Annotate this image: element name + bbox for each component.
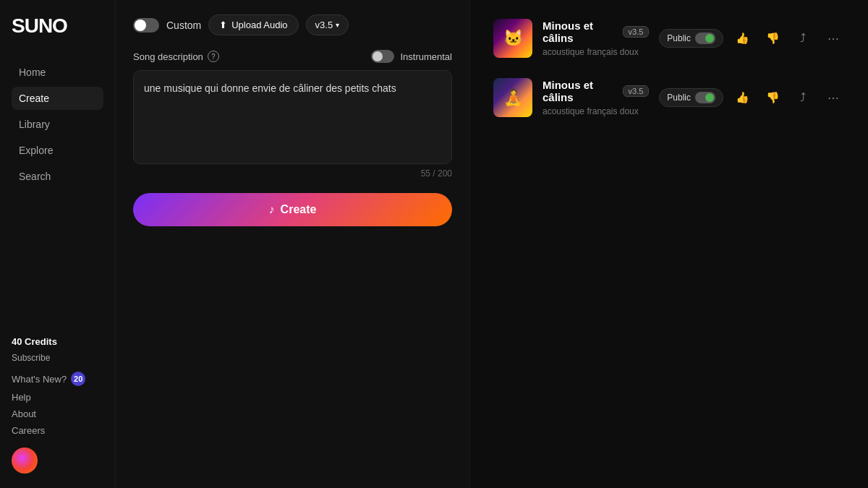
song-subtitle-1: acoustique français doux (542, 47, 649, 57)
chevron-down-icon: ▾ (336, 21, 339, 29)
song-card-1: 🐱 Minous et câlins v3.5 acoustique franç… (485, 12, 854, 65)
more-icon-1: ⋯ (827, 32, 839, 46)
song-title-row-1: Minous et câlins v3.5 (542, 20, 649, 44)
upload-audio-label: Upload Audio (231, 20, 287, 30)
instrumental-toggle[interactable] (371, 50, 394, 63)
whats-new-label: What's New? (12, 374, 67, 385)
thumbs-up-icon-1: 👍 (736, 32, 749, 45)
song-description-label: Song description ? (133, 51, 219, 62)
thumbs-down-button-2[interactable]: 👎 (761, 86, 784, 109)
upload-icon: ⬆ (219, 20, 227, 30)
about-link[interactable]: About (12, 408, 103, 419)
public-label-1: Public (667, 33, 691, 43)
thumbs-down-icon-1: 👎 (766, 32, 780, 45)
share-button-2[interactable]: ⤴ (791, 86, 814, 109)
whats-new-item[interactable]: What's New? 20 (12, 372, 103, 386)
song-subtitle-2: acoustique français doux (542, 106, 649, 116)
song-thumbnail-1[interactable]: 🐱 (493, 19, 532, 58)
create-button-label: Create (281, 203, 317, 216)
song-version-tag-1: v3.5 (623, 26, 650, 38)
sidebar-item-search[interactable]: Search (12, 165, 103, 188)
char-count: 55 / 200 (133, 168, 452, 179)
thumb-bg-2: 🧘 (493, 78, 532, 117)
public-label-2: Public (667, 93, 691, 103)
song-title-1: Minous et câlins (542, 20, 617, 44)
credits-label: 40 Credits (12, 336, 103, 347)
version-label: v3.5 (315, 20, 333, 30)
song-actions-1: Public 👍 👎 ⤴ ⋯ (659, 27, 845, 50)
top-controls: Custom ⬆ Upload Audio v3.5 ▾ (133, 14, 452, 35)
song-version-tag-2: v3.5 (623, 85, 650, 97)
public-toggle-dot-2 (695, 92, 715, 103)
song-title-row-2: Minous et câlins v3.5 (542, 79, 649, 103)
song-title-2: Minous et câlins (542, 79, 617, 103)
upload-audio-button[interactable]: ⬆ Upload Audio (208, 14, 298, 35)
thumbs-down-button-1[interactable]: 👎 (761, 27, 784, 50)
sidebar-item-home[interactable]: Home (12, 61, 103, 84)
create-button[interactable]: ♪ Create (133, 193, 452, 226)
main-content: Custom ⬆ Upload Audio v3.5 ▾ Song descri… (116, 0, 868, 488)
nav-menu: Home Create Library Explore Search (12, 61, 103, 336)
subscribe-link[interactable]: Subscribe (12, 353, 103, 363)
song-actions-2: Public 👍 👎 ⤴ ⋯ (659, 86, 845, 109)
sidebar: SUNO Home Create Library Explore Search … (0, 0, 116, 488)
custom-label: Custom (166, 20, 201, 31)
careers-link[interactable]: Careers (12, 425, 103, 436)
instrumental-label: Instrumental (400, 51, 452, 62)
whats-new-badge: 20 (71, 372, 85, 386)
share-button-1[interactable]: ⤴ (791, 27, 814, 50)
custom-toggle[interactable] (133, 18, 159, 33)
song-thumbnail-2[interactable]: 🧘 (493, 78, 532, 117)
song-card-2: 🧘 Minous et câlins v3.5 acoustique franç… (485, 71, 854, 124)
thumbs-up-button-1[interactable]: 👍 (731, 27, 754, 50)
sidebar-item-create[interactable]: Create (12, 87, 103, 110)
public-toggle-dot-1 (695, 33, 715, 44)
description-textarea[interactable] (133, 70, 452, 164)
share-icon-1: ⤴ (800, 32, 806, 45)
thumbs-up-button-2[interactable]: 👍 (731, 86, 754, 109)
sidebar-item-library[interactable]: Library (12, 113, 103, 136)
thumbs-up-icon-2: 👍 (736, 91, 749, 104)
thumb-bg-1: 🐱 (493, 19, 532, 58)
public-toggle-2[interactable]: Public (659, 88, 723, 107)
avatar[interactable] (12, 448, 38, 474)
section-row: Song description ? Instrumental (133, 50, 452, 63)
more-icon-2: ⋯ (827, 91, 839, 105)
help-icon[interactable]: ? (208, 51, 219, 62)
app-logo: SUNO (12, 14, 103, 38)
instrumental-row: Instrumental (371, 50, 452, 63)
more-options-button-2[interactable]: ⋯ (822, 86, 845, 109)
music-icon: ♪ (269, 203, 275, 216)
public-toggle-1[interactable]: Public (659, 29, 723, 48)
more-options-button-1[interactable]: ⋯ (822, 27, 845, 50)
sidebar-bottom: 40 Credits Subscribe What's New? 20 Help… (12, 336, 103, 474)
sidebar-item-explore[interactable]: Explore (12, 139, 103, 162)
version-button[interactable]: v3.5 ▾ (306, 14, 349, 35)
song-info-2: Minous et câlins v3.5 acoustique françai… (542, 79, 649, 116)
song-description-text: Song description (133, 51, 203, 62)
share-icon-2: ⤴ (800, 91, 806, 104)
help-link[interactable]: Help (12, 392, 103, 403)
thumbs-down-icon-2: 👎 (766, 91, 780, 104)
song-info-1: Minous et câlins v3.5 acoustique françai… (542, 20, 649, 57)
songs-panel: 🐱 Minous et câlins v3.5 acoustique franç… (470, 0, 868, 488)
create-panel: Custom ⬆ Upload Audio v3.5 ▾ Song descri… (116, 0, 470, 488)
